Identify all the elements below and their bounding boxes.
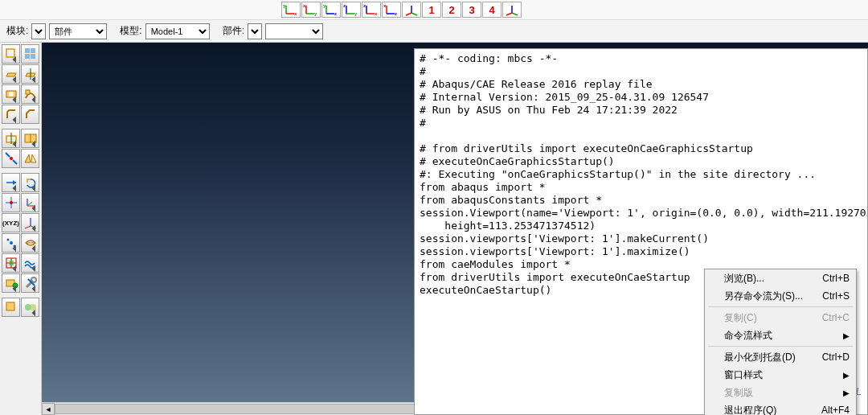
menu-item-label: 最小化到托盘(D) xyxy=(724,351,796,364)
svg-text:z: z xyxy=(334,11,337,16)
datum-plane-icon[interactable] xyxy=(2,129,20,148)
merge-icon[interactable] xyxy=(21,298,39,317)
menu-item[interactable]: 窗口样式▶ xyxy=(705,366,856,384)
create-set-icon[interactable] xyxy=(2,273,20,293)
svg-text:z: z xyxy=(363,3,366,8)
svg-text:x: x xyxy=(375,11,378,16)
svg-rect-70 xyxy=(6,302,14,310)
svg-line-53 xyxy=(27,202,32,206)
partition-face-icon[interactable] xyxy=(21,233,39,253)
svg-rect-32 xyxy=(31,48,35,53)
svg-text:y: y xyxy=(354,11,358,16)
revolve-icon[interactable] xyxy=(21,64,39,84)
svg-line-29 xyxy=(506,13,512,15)
svg-text:y: y xyxy=(314,11,317,16)
view-4-button[interactable]: 4 xyxy=(482,2,502,18)
coord-triad-icon[interactable] xyxy=(402,2,421,18)
menu-item-label: 复制(C) xyxy=(724,311,757,325)
svg-line-26 xyxy=(406,13,411,15)
part-select[interactable] xyxy=(265,23,323,39)
context-menu: 浏览(B)...Ctrl+B另存命令流为(S)...Ctrl+S复制(C)Ctr… xyxy=(704,269,857,415)
menu-item[interactable]: 浏览(B)...Ctrl+B xyxy=(705,269,856,287)
submenu-arrow-icon: ▶ xyxy=(843,388,850,397)
partition-cell-icon[interactable] xyxy=(21,129,39,148)
module-select-icon[interactable] xyxy=(31,23,46,39)
left-toolbox: (XYZ) xyxy=(0,43,42,415)
module-select[interactable]: 部件 xyxy=(49,23,107,39)
datum-point-icon[interactable] xyxy=(2,193,20,212)
menu-separator xyxy=(708,346,853,347)
part-manager-icon[interactable] xyxy=(21,44,39,64)
geometry-repair-icon[interactable] xyxy=(2,149,20,168)
cut-extrude-icon[interactable] xyxy=(2,84,20,104)
menu-shortcut: Alt+F4 xyxy=(821,405,850,415)
svg-rect-38 xyxy=(26,90,30,94)
xyz-icon[interactable]: (XYZ) xyxy=(2,213,20,232)
coord-triad2-icon[interactable] xyxy=(502,2,522,18)
submenu-arrow-icon: ▶ xyxy=(843,331,850,340)
menu-shortcut: Ctrl+B xyxy=(822,273,850,284)
assign-material-icon[interactable] xyxy=(2,298,20,317)
submenu-arrow-icon: ▶ xyxy=(843,371,850,380)
svg-line-56 xyxy=(25,226,31,228)
svg-line-44 xyxy=(6,153,10,157)
scroll-left-arrow-icon[interactable]: ◄ xyxy=(42,403,55,415)
rotate-icon[interactable] xyxy=(21,173,39,192)
part-label: 部件: xyxy=(223,24,244,38)
svg-rect-34 xyxy=(31,54,35,59)
menu-item-label: 另存命令流为(S)... xyxy=(724,290,803,303)
part-select-icon[interactable] xyxy=(248,23,262,39)
mirror-icon[interactable] xyxy=(21,149,39,168)
menu-item: 复制版▶ xyxy=(705,384,856,401)
menu-item[interactable]: 最小化到托盘(D)Ctrl+D xyxy=(705,348,856,366)
svg-rect-64 xyxy=(9,261,14,265)
context-bar: 模块: 部件 模型: Model-1 部件: xyxy=(0,20,868,43)
menu-item[interactable]: 退出程序(Q)Alt+F4 xyxy=(705,401,856,415)
svg-point-57 xyxy=(10,241,13,244)
svg-rect-30 xyxy=(6,49,14,57)
svg-line-28 xyxy=(512,13,518,15)
menu-item-label: 命令流样式 xyxy=(724,329,772,343)
view-1-button[interactable]: 1 xyxy=(422,2,441,18)
datum-csys-icon[interactable] xyxy=(21,193,39,212)
translate-icon[interactable] xyxy=(2,173,20,192)
view-3-button[interactable]: 3 xyxy=(462,2,481,18)
svg-rect-33 xyxy=(25,54,30,59)
svg-text:x: x xyxy=(294,11,297,16)
menu-separator xyxy=(708,306,853,307)
create-part-icon[interactable] xyxy=(2,44,20,64)
tools-icon[interactable] xyxy=(21,273,39,293)
coord-yz-icon[interactable]: yz xyxy=(321,2,341,18)
extrude-icon[interactable] xyxy=(2,64,20,84)
svg-point-59 xyxy=(13,245,15,248)
coord-zy-icon[interactable]: zy xyxy=(342,2,361,18)
sweep-icon[interactable] xyxy=(21,84,39,104)
model-label: 模型: xyxy=(120,24,141,38)
menu-item-label: 窗口样式 xyxy=(724,368,763,382)
module-label: 模块: xyxy=(6,24,28,38)
svg-text:z: z xyxy=(395,11,397,16)
coord-xy-icon[interactable]: xy xyxy=(301,2,321,18)
coord-xz-icon[interactable]: xz xyxy=(382,2,401,18)
top-toolbar: yx xy yz zy zx xz 1 2 3 4 xyxy=(0,0,868,20)
svg-rect-31 xyxy=(25,48,30,53)
point-icon[interactable] xyxy=(2,233,20,253)
menu-item-label: 退出程序(Q) xyxy=(724,404,776,416)
menu-item[interactable]: 命令流样式▶ xyxy=(705,327,856,344)
chamfer-icon[interactable] xyxy=(21,105,39,124)
svg-point-58 xyxy=(6,239,9,241)
wave-icon[interactable] xyxy=(21,253,39,273)
coord-zx-icon[interactable]: zx xyxy=(362,2,381,18)
svg-point-37 xyxy=(9,92,14,97)
svg-point-50 xyxy=(10,201,13,204)
menu-shortcut: Ctrl+S xyxy=(822,290,850,302)
model-select[interactable]: Model-1 xyxy=(145,23,210,39)
coord-yx-icon[interactable]: yx xyxy=(281,2,301,18)
triad-icon[interactable] xyxy=(21,213,39,232)
view-2-button[interactable]: 2 xyxy=(442,2,461,18)
mesh-ref-icon[interactable] xyxy=(2,253,20,273)
svg-marker-47 xyxy=(13,180,16,185)
round-icon[interactable] xyxy=(2,105,20,124)
menu-item[interactable]: 另存命令流为(S)...Ctrl+S xyxy=(705,287,856,305)
svg-point-66 xyxy=(13,283,18,288)
